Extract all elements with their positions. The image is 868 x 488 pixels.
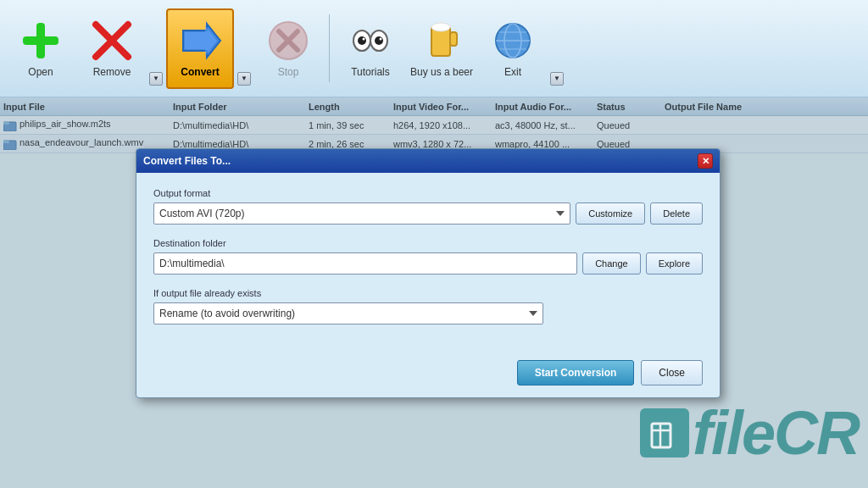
exit-icon — [491, 19, 535, 63]
beer-icon — [420, 19, 464, 63]
tutorials-button[interactable]: Tutorials — [337, 8, 404, 89]
exit-dropdown[interactable]: ▼ — [550, 8, 564, 89]
main-content: Input File Input Folder Length Input Vid… — [0, 97, 868, 488]
explore-button[interactable]: Explore — [646, 252, 703, 274]
dialog-close-button[interactable]: ✕ — [698, 153, 713, 169]
svg-point-12 — [375, 36, 383, 45]
svg-point-11 — [358, 36, 366, 45]
dialog-footer: Start Conversion Close — [136, 352, 720, 397]
open-button[interactable]: Open — [7, 8, 75, 89]
svg-rect-16 — [450, 32, 457, 46]
destination-input[interactable] — [153, 252, 577, 274]
destination-label: Destination folder — [153, 238, 703, 248]
destination-row: Change Explore — [153, 252, 703, 274]
svg-rect-1 — [23, 36, 58, 45]
customize-button[interactable]: Customize — [576, 202, 645, 225]
exists-group: If output file already exists Rename (to… — [153, 288, 703, 324]
change-button[interactable]: Change — [582, 252, 641, 274]
sep1 — [329, 14, 330, 82]
svg-point-13 — [363, 38, 365, 41]
svg-point-17 — [431, 23, 450, 31]
buy-beer-button[interactable]: Buy us a beer — [408, 8, 476, 89]
stop-icon — [266, 19, 310, 63]
delete-button[interactable]: Delete — [650, 202, 703, 225]
remove-dropdown[interactable]: ▼ — [149, 8, 163, 89]
output-format-label: Output format — [153, 188, 703, 198]
svg-point-14 — [380, 38, 382, 41]
convert-dialog: Convert Files To... ✕ Output format Cust… — [136, 148, 721, 398]
exists-select[interactable]: Rename (to avoid overwriting) — [153, 302, 543, 324]
output-format-row: Custom AVI (720p) Customize Delete — [153, 202, 703, 225]
convert-dropdown[interactable]: ▼ — [237, 8, 251, 89]
open-icon — [19, 19, 63, 63]
stop-button[interactable]: Stop — [254, 8, 322, 89]
convert-dropdown-arrow[interactable]: ▼ — [237, 72, 251, 86]
dialog-title: Convert Files To... — [143, 155, 231, 167]
dialog-body: Output format Custom AVI (720p) Customiz… — [136, 173, 720, 352]
exit-dropdown-arrow[interactable]: ▼ — [550, 72, 564, 86]
convert-icon — [178, 19, 222, 63]
destination-folder-group: Destination folder Change Explore — [153, 238, 703, 274]
close-button[interactable]: Close — [641, 360, 703, 385]
remove-button[interactable]: Remove — [78, 8, 146, 89]
remove-icon — [90, 19, 134, 63]
output-format-group: Output format Custom AVI (720p) Customiz… — [153, 188, 703, 225]
tutorials-icon — [348, 19, 392, 63]
exit-button[interactable]: Exit — [479, 8, 547, 89]
exists-label: If output file already exists — [153, 288, 703, 298]
start-conversion-button[interactable]: Start Conversion — [517, 360, 635, 385]
convert-button[interactable]: Convert — [166, 8, 234, 89]
remove-dropdown-arrow[interactable]: ▼ — [149, 72, 163, 86]
exists-row: Rename (to avoid overwriting) — [153, 302, 703, 324]
output-format-select[interactable]: Custom AVI (720p) — [153, 202, 570, 225]
dialog-titlebar: Convert Files To... ✕ — [136, 149, 720, 173]
toolbar: Open Remove ▼ Convert ▼ — [0, 0, 868, 97]
